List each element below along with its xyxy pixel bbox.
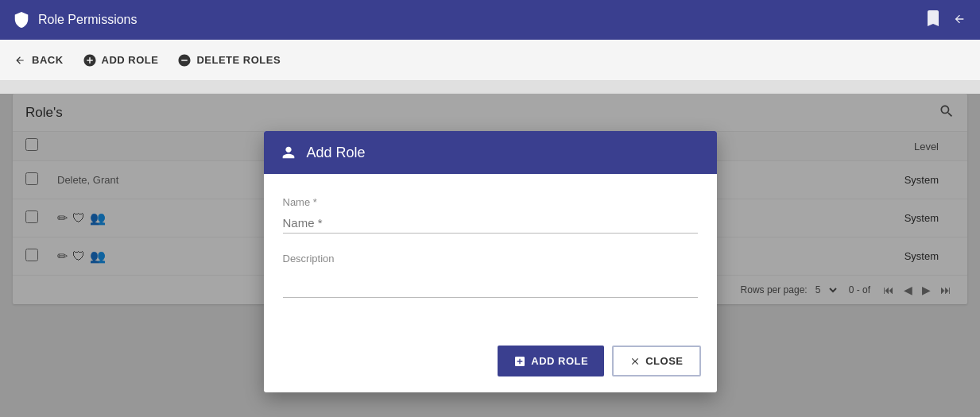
dialog-add-role-button[interactable]: ADD ROLE [498,346,604,376]
close-icon [629,356,641,367]
main-content: Role's Level Delete, Grant System [0,94,980,417]
dialog-footer: ADD ROLE CLOSE [264,336,717,392]
add-role-dialog: Add Role Name * Description [264,131,717,392]
name-field-container: Name * [283,196,698,234]
delete-roles-button[interactable]: DELETE ROLES [177,53,281,68]
person-icon [280,144,297,161]
description-field-container: Description [283,253,698,301]
description-input[interactable] [283,269,698,298]
name-input[interactable] [283,213,698,234]
bookmark-icon [926,10,940,28]
close-dialog-button[interactable]: CLOSE [612,346,700,376]
app-title: Role Permissions [38,13,137,27]
back-arrow-icon [951,13,967,25]
app-header: Role Permissions [0,0,980,40]
plus-circle-icon [83,53,97,68]
back-button[interactable]: BACK [13,54,64,66]
bookmark-button[interactable] [926,10,940,30]
dialog-title: Add Role [307,145,366,161]
delete-roles-label: DELETE ROLES [196,54,281,66]
header-left: Role Permissions [13,11,137,29]
shield-icon [13,11,30,29]
back-icon [13,55,27,66]
plus-icon [513,355,526,368]
close-dialog-label: CLOSE [645,355,683,367]
modal-overlay: Add Role Name * Description [0,94,980,417]
minus-circle-icon [177,53,192,68]
back-nav-button[interactable] [951,13,967,28]
header-right [926,10,967,30]
dialog-body: Name * Description [264,174,717,336]
dialog-header: Add Role [264,131,717,174]
toolbar: BACK ADD ROLE DELETE ROLES [0,40,980,81]
add-role-toolbar-label: ADD ROLE [102,54,159,66]
back-label: BACK [32,54,64,66]
description-label: Description [283,253,698,264]
add-role-dialog-label: ADD ROLE [531,355,588,367]
name-label: Name * [283,196,698,208]
add-role-toolbar-button[interactable]: ADD ROLE [83,53,159,68]
